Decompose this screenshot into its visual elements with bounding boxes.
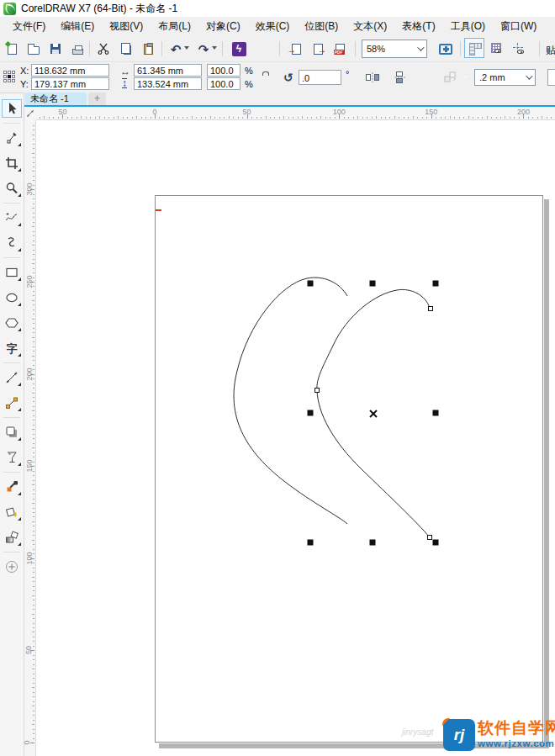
toolbox: 字 xyxy=(0,93,24,756)
ellipse-tool[interactable] xyxy=(2,288,22,307)
rulers-toggle-button[interactable] xyxy=(464,38,484,58)
connector-icon xyxy=(5,396,18,410)
save-button[interactable] xyxy=(45,39,66,59)
export-icon: → xyxy=(314,44,323,55)
menu-effects[interactable]: 效果(C) xyxy=(248,18,298,35)
freehand-tool[interactable] xyxy=(2,209,22,227)
interactive-fill-tool[interactable] xyxy=(2,528,22,547)
transparency-tool[interactable] xyxy=(2,448,22,467)
eye-icon xyxy=(517,50,524,54)
chevron-down-icon xyxy=(417,44,424,50)
customize-toolbox-button[interactable] xyxy=(2,558,22,576)
coreldraw-window: CorelDRAW X7 (64-Bit) - 未命名 -1 文件(F) 编辑(… xyxy=(0,0,555,756)
degree-symbol: ° xyxy=(346,69,349,79)
transparency-glass-icon xyxy=(5,451,18,464)
drop-shadow-tool[interactable] xyxy=(2,423,22,441)
menu-text[interactable]: 文本(X) xyxy=(346,18,394,35)
menu-bitmaps[interactable]: 位图(B) xyxy=(297,18,346,35)
menu-window[interactable]: 窗口(W) xyxy=(493,18,544,35)
zoom-level-value: 58% xyxy=(367,44,385,54)
scale-height-input[interactable]: 100.0 xyxy=(207,77,240,90)
scale-width-input[interactable]: 100.0 xyxy=(207,64,240,77)
export-button[interactable]: → xyxy=(308,39,328,59)
new-document-icon xyxy=(8,44,17,55)
x-label: X: xyxy=(20,66,29,76)
redo-dropdown-caret[interactable] xyxy=(212,46,217,50)
rulers-icon xyxy=(469,43,480,54)
corel-connect-icon: ϟ xyxy=(232,42,246,56)
smart-drawing-tool[interactable] xyxy=(2,234,22,252)
zoom-tool[interactable] xyxy=(2,179,22,198)
drawing-canvas[interactable]: jinrysagt rj 软件自学网 www.rjzxw.com xyxy=(36,120,555,756)
guidelines-icon xyxy=(513,43,523,53)
publish-pdf-button[interactable]: PDF xyxy=(330,39,350,59)
mirror-horizontal-button[interactable] xyxy=(365,71,380,83)
fill-tool[interactable] xyxy=(2,503,22,521)
grid-toggle-button[interactable] xyxy=(486,38,506,58)
guidelines-toggle-button[interactable] xyxy=(508,38,528,58)
menu-table[interactable]: 表格(T) xyxy=(394,18,442,35)
connector-tool[interactable] xyxy=(2,394,22,412)
ruler-label: 0 xyxy=(152,108,156,116)
color-eyedropper-tool[interactable] xyxy=(2,478,22,496)
undo-dropdown-caret[interactable] xyxy=(184,46,189,50)
undo-button[interactable]: ↶ xyxy=(166,39,186,59)
cut-button[interactable] xyxy=(93,39,114,59)
menu-file[interactable]: 文件(F) xyxy=(5,18,53,35)
polygon-tool[interactable] xyxy=(2,314,22,332)
menubar: 文件(F) 编辑(E) 视图(V) 布局(L) 对象(C) 效果(C) 位图(B… xyxy=(0,17,555,35)
open-button[interactable] xyxy=(24,39,44,59)
object-origin-selector[interactable] xyxy=(3,71,15,82)
menu-object[interactable]: 对象(C) xyxy=(198,18,248,35)
object-height-icon: ↕ xyxy=(122,78,127,88)
dimension-icon xyxy=(5,371,18,384)
crop-tool[interactable] xyxy=(2,154,22,172)
fullscreen-preview-button[interactable] xyxy=(436,39,456,59)
site-url: www.rjzxw.com xyxy=(478,737,555,749)
percent-label: % xyxy=(245,66,253,76)
menu-tools[interactable]: 工具(O) xyxy=(443,18,493,35)
new-tab-button[interactable]: + xyxy=(88,93,106,105)
import-button[interactable]: → xyxy=(286,39,306,59)
rotation-angle-input[interactable]: .0 xyxy=(299,70,341,85)
eyedropper-icon xyxy=(5,480,18,494)
print-button[interactable] xyxy=(67,39,87,59)
document-page[interactable] xyxy=(155,195,543,743)
polygon-icon xyxy=(5,316,18,330)
clipped-field[interactable] xyxy=(547,69,555,86)
mirror-vertical-button[interactable] xyxy=(392,71,407,83)
copy-button[interactable] xyxy=(116,39,136,59)
copy-icon xyxy=(124,45,131,55)
outline-width-combo[interactable]: .2 mm xyxy=(474,69,536,86)
print-icon xyxy=(72,49,83,55)
fullscreen-icon xyxy=(439,44,452,55)
menu-layout[interactable]: 布局(L) xyxy=(151,18,198,35)
shape-tool[interactable] xyxy=(2,129,22,147)
new-document-button[interactable] xyxy=(2,39,22,59)
object-height-input[interactable]: 133.524 mm xyxy=(134,77,202,90)
zoom-level-combo[interactable]: 58% xyxy=(362,40,427,58)
document-tab-active[interactable]: 未命名 -1 xyxy=(25,93,87,105)
text-tool[interactable]: 字 xyxy=(2,339,22,357)
horizontal-ruler[interactable]: 50050100150200 xyxy=(36,107,555,120)
corel-connect-button[interactable]: ϟ xyxy=(229,39,249,59)
menu-edit[interactable]: 编辑(E) xyxy=(53,18,102,35)
ruler-origin-icon xyxy=(26,109,34,118)
ruler-label: 50 xyxy=(243,108,251,116)
paste-button[interactable] xyxy=(138,39,158,59)
vertical-ruler[interactable]: 300250200150100500 xyxy=(24,120,36,756)
y-position-input[interactable]: 179.137 mm xyxy=(31,77,109,90)
import-icon: → xyxy=(292,44,301,55)
ruler-origin-control[interactable] xyxy=(24,107,36,120)
menu-view[interactable]: 视图(V) xyxy=(102,18,151,35)
object-width-input[interactable]: 61.345 mm xyxy=(134,64,202,77)
crop-icon xyxy=(5,156,18,170)
plus-circle-icon xyxy=(5,560,18,574)
x-position-input[interactable]: 118.632 mm xyxy=(31,64,109,77)
snap-menu[interactable]: 贴齐(T) xyxy=(546,44,555,58)
pick-tool[interactable] xyxy=(2,99,22,118)
dimension-tool[interactable] xyxy=(2,368,22,387)
save-floppy-icon xyxy=(50,44,61,54)
rectangle-tool[interactable] xyxy=(2,263,22,282)
redo-button[interactable]: ↷ xyxy=(193,39,214,59)
